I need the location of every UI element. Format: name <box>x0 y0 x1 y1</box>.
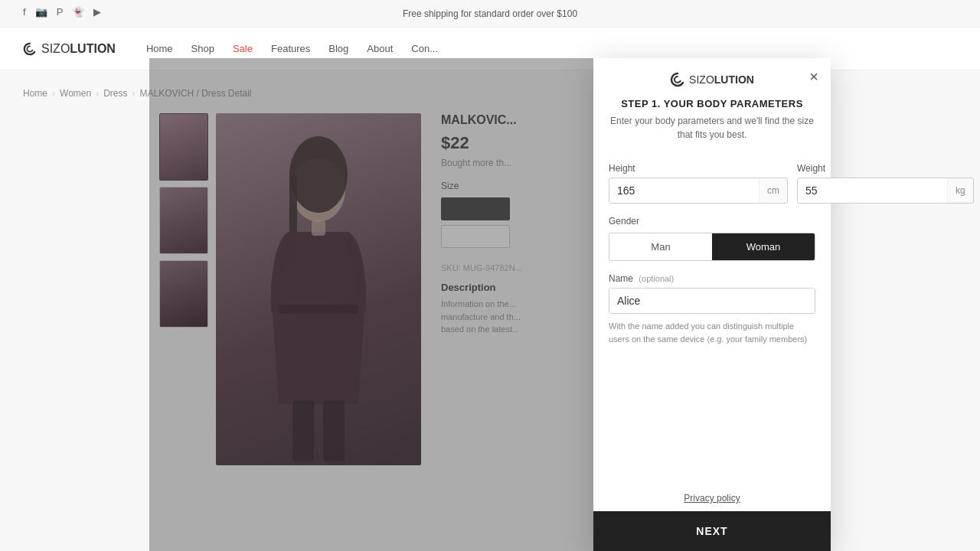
body-params-modal: SIZOLUTION × STEP 1. YOUR BODY PARAMETER… <box>593 58 831 551</box>
top-bar: Free shipping for standard order over $1… <box>0 0 980 28</box>
modal-footer: Privacy policy NEXT <box>593 485 831 551</box>
modal-close-button[interactable]: × <box>809 69 818 84</box>
nav-contact[interactable]: Con... <box>411 43 438 54</box>
nav-features[interactable]: Features <box>271 43 310 54</box>
modal-logo-sizo: SIZO <box>689 73 714 86</box>
breadcrumb-women[interactable]: Women <box>60 88 91 99</box>
modal-step-desc: Enter your body parameters and we'll fin… <box>609 114 815 142</box>
breadcrumb-sep-3: › <box>132 88 136 99</box>
shipping-notice: Free shipping for standard order over $1… <box>403 8 577 19</box>
nav-blog[interactable]: Blog <box>328 43 348 54</box>
nav-home[interactable]: Home <box>146 43 173 54</box>
gender-label: Gender <box>609 216 815 227</box>
breadcrumb-dress[interactable]: Dress <box>103 88 127 99</box>
name-hint: With the name added you can distinguish … <box>609 320 815 345</box>
name-input-wrapper <box>609 288 815 314</box>
weight-field-group: Weight kg <box>797 163 974 204</box>
instagram-icon[interactable]: 📷 <box>35 6 47 18</box>
modal-step-title: STEP 1. YOUR BODY PARAMETERS <box>621 98 803 109</box>
modal-body: Height cm Weight kg Gender Man Woman <box>593 151 831 485</box>
next-button[interactable]: NEXT <box>593 511 831 551</box>
height-input[interactable] <box>609 178 759 203</box>
name-label: Name (optional) <box>609 273 815 284</box>
pinterest-icon[interactable]: P <box>57 6 64 18</box>
height-field-group: Height cm <box>609 163 788 204</box>
weight-unit: kg <box>947 179 973 202</box>
height-input-wrapper: cm <box>609 178 788 204</box>
breadcrumb-sep-1: › <box>52 88 55 99</box>
height-label: Height <box>609 163 788 174</box>
modal-logo: SIZOLUTION <box>670 72 754 87</box>
name-input[interactable] <box>609 289 815 313</box>
logo-icon <box>23 42 37 56</box>
breadcrumb-sep-2: › <box>96 88 99 99</box>
gender-buttons: Man Woman <box>609 233 815 261</box>
privacy-policy-link[interactable]: Privacy policy <box>684 493 740 504</box>
logo-sizo: SIZO <box>41 42 70 55</box>
snapchat-icon[interactable]: 👻 <box>72 6 84 18</box>
gender-man-button[interactable]: Man <box>609 233 712 260</box>
height-unit: cm <box>759 179 787 202</box>
name-optional: (optional) <box>639 274 674 283</box>
name-section: Name (optional) With the name added you … <box>609 273 815 345</box>
weight-label: Weight <box>797 163 974 174</box>
modal-header: SIZOLUTION × STEP 1. YOUR BODY PARAMETER… <box>593 58 831 151</box>
height-weight-row: Height cm Weight kg <box>609 163 815 204</box>
site-logo[interactable]: SIZOLUTION <box>23 42 116 56</box>
logo-lution: LUTION <box>70 42 116 55</box>
social-icons-bar: f 📷 P 👻 ▶ <box>23 6 101 18</box>
gender-section: Gender Man Woman <box>609 216 815 261</box>
nav-shop[interactable]: Shop <box>191 43 214 54</box>
nav-about[interactable]: About <box>367 43 393 54</box>
privacy-policy-section: Privacy policy <box>593 485 831 511</box>
facebook-icon[interactable]: f <box>23 6 26 18</box>
weight-input-wrapper: kg <box>797 178 974 204</box>
breadcrumb-home[interactable]: Home <box>23 88 47 99</box>
modal-logo-icon <box>670 72 685 87</box>
modal-logo-lution: LUTION <box>714 73 754 86</box>
weight-input[interactable] <box>798 178 947 203</box>
nav-sale[interactable]: Sale <box>233 43 253 54</box>
gender-woman-button[interactable]: Woman <box>712 233 815 260</box>
youtube-icon[interactable]: ▶ <box>93 6 101 18</box>
nav-links: Home Shop Sale Features Blog About Con..… <box>146 43 438 54</box>
